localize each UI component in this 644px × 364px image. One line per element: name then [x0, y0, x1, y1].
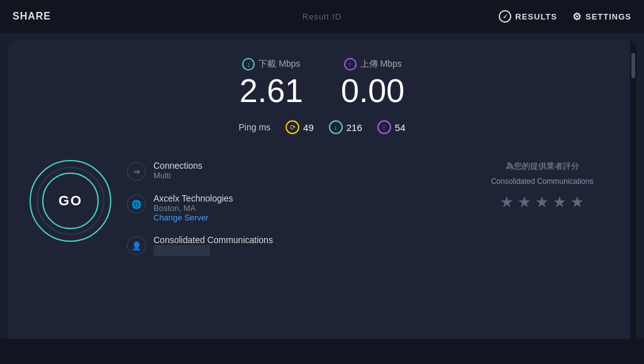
upload-ping-item: ↑ 54: [377, 120, 406, 134]
settings-label: SETTINGS: [586, 12, 631, 21]
star-5[interactable]: ★: [570, 193, 584, 211]
download-block: ↓ 下載 Mbps 2.61: [240, 58, 303, 109]
rating-title: 為您的提供業者評分: [506, 161, 579, 172]
isp-row: 👤 Consolidated Communications: [127, 230, 454, 261]
go-button[interactable]: GO: [42, 173, 99, 229]
server-location: Boston, MA: [153, 203, 233, 213]
download-arrow-icon: ↓: [242, 58, 255, 71]
ping-area: Ping ms ⟳ 49 ↓ 216 ↑ 54: [8, 115, 636, 144]
jitter-icon: ⟳: [286, 120, 299, 134]
stars-container[interactable]: ★ ★ ★ ★ ★: [500, 193, 584, 211]
go-inner-ring: GO: [36, 167, 104, 235]
rating-provider: Consolidated Communications: [491, 177, 594, 186]
star-2[interactable]: ★: [518, 193, 531, 211]
go-button-area: GO: [26, 157, 114, 245]
check-icon: ✓: [499, 10, 511, 23]
upload-value: 0.00: [341, 73, 404, 109]
connections-icon: ⇒: [127, 162, 146, 181]
download-ping-item: ↓ 216: [329, 120, 362, 134]
download-value: 2.61: [240, 73, 303, 109]
server-row: 🌐 Axcelx Technologies Boston, MA Change …: [127, 188, 454, 227]
upload-block: ↑ 上傳 Mbps 0.00: [341, 58, 404, 109]
jitter-item: ⟳ 49: [286, 120, 314, 134]
user-icon: 👤: [127, 236, 146, 255]
bottom-strip: [0, 339, 644, 364]
server-content: Axcelx Technologies Boston, MA Change Se…: [153, 193, 233, 222]
upload-ping-icon: ↑: [377, 120, 391, 134]
star-1[interactable]: ★: [500, 193, 514, 211]
star-4[interactable]: ★: [553, 193, 567, 211]
download-ping-value: 216: [347, 122, 362, 133]
scrollbar-thumb: [631, 53, 635, 78]
top-bar: SHARE Result ID ✓ RESULTS ⚙ SETTINGS: [0, 0, 644, 33]
star-3[interactable]: ★: [535, 193, 549, 211]
isp-title: Consolidated Communications: [153, 235, 273, 245]
speed-display: ↓ 下載 Mbps 2.61 ↑ 上傳 Mbps 0.00: [8, 40, 636, 115]
info-rows: ⇒ Connections Multi 🌐 Axcelx Technologie…: [127, 151, 454, 261]
download-label: ↓ 下載 Mbps: [242, 58, 300, 71]
connections-subtitle: Multi: [153, 171, 203, 180]
results-label: RESULTS: [515, 12, 557, 21]
go-outer-ring: GO: [30, 160, 111, 242]
main-area: ↓ 下載 Mbps 2.61 ↑ 上傳 Mbps 0.00 Ping ms ⟳ …: [8, 40, 636, 343]
settings-button[interactable]: ⚙ SETTINGS: [572, 11, 631, 23]
connections-content: Connections Multi: [153, 161, 203, 180]
top-bar-right: ✓ RESULTS ⚙ SETTINGS: [499, 10, 631, 23]
isp-content: Consolidated Communications: [153, 235, 273, 256]
change-server-link[interactable]: Change Server: [153, 213, 233, 222]
scrollbar[interactable]: [630, 40, 636, 343]
connections-row: ⇒ Connections Multi: [127, 156, 454, 186]
download-ping-icon: ↓: [329, 120, 343, 134]
upload-arrow-icon: ↑: [344, 58, 357, 71]
ping-label: Ping ms: [239, 122, 271, 132]
server-title: Axcelx Technologies: [153, 193, 233, 203]
connections-title: Connections: [153, 161, 203, 171]
globe-icon: 🌐: [127, 195, 146, 213]
upload-label: ↑ 上傳 Mbps: [344, 58, 402, 71]
rating-section: 為您的提供業者評分 Consolidated Communications ★ …: [467, 151, 618, 261]
gear-icon: ⚙: [572, 11, 582, 23]
isp-masked: [153, 245, 210, 256]
jitter-value: 49: [303, 122, 314, 133]
info-section: GO ⇒ Connections Multi 🌐 Axcelx Technolo…: [8, 144, 636, 268]
result-id-label: Result ID: [303, 12, 341, 21]
upload-ping-value: 54: [395, 122, 406, 133]
share-label[interactable]: SHARE: [13, 11, 51, 22]
results-button[interactable]: ✓ RESULTS: [499, 10, 557, 23]
